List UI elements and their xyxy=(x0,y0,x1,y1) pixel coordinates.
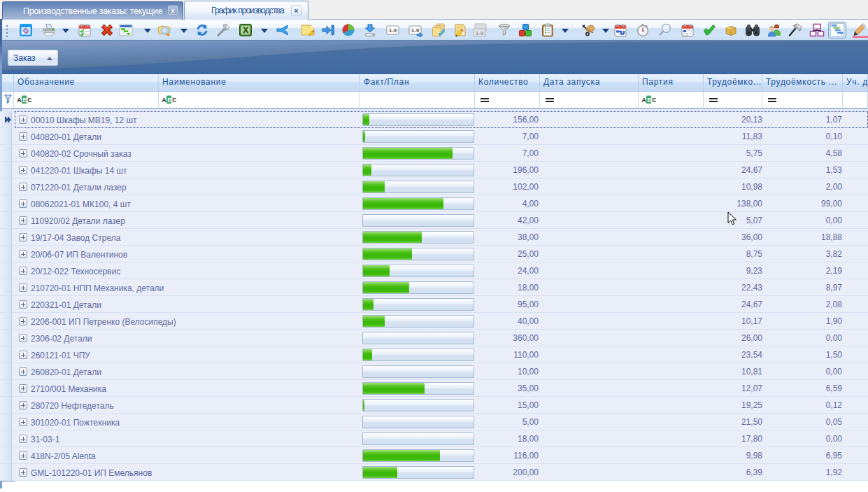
svg-text:А: А xyxy=(162,97,166,104)
svg-text:С: С xyxy=(172,97,176,104)
svg-text:А: А xyxy=(642,97,646,104)
svg-text:С: С xyxy=(27,97,31,104)
svg-text:Б: Б xyxy=(22,97,27,104)
svg-text:1-9: 1-9 xyxy=(389,27,397,34)
svg-text:1-9: 1-9 xyxy=(411,27,420,34)
svg-text:Б: Б xyxy=(647,97,651,104)
svg-text:А: А xyxy=(17,97,22,104)
svg-text:Б: Б xyxy=(167,97,171,104)
svg-text:С: С xyxy=(652,97,656,104)
svg-text:1-9: 1-9 xyxy=(476,30,484,36)
